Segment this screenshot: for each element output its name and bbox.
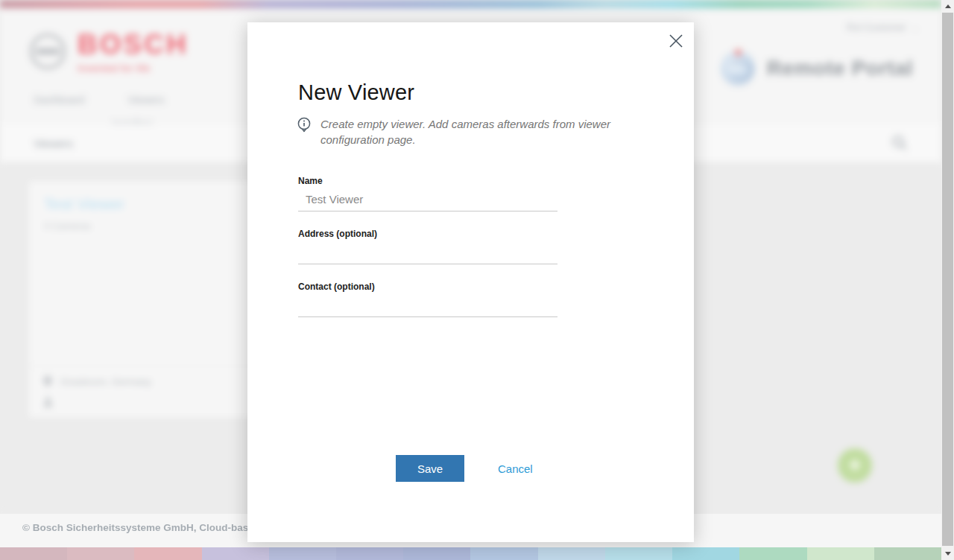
remote-portal-page: BOSCH Invented for life Rol Customer⌄ Re…: [0, 0, 954, 560]
address-input[interactable]: [298, 244, 557, 264]
vertical-scrollbar[interactable]: [941, 0, 954, 560]
dialog-actions: Save Cancel: [396, 455, 533, 482]
name-label: Name: [298, 176, 557, 186]
contact-input[interactable]: [298, 296, 557, 317]
cancel-button[interactable]: Cancel: [498, 462, 533, 475]
name-field-group: Name: [298, 176, 557, 211]
address-label: Address (optional): [298, 229, 557, 239]
scroll-up-arrow[interactable]: [941, 0, 954, 13]
dialog-title: New Viewer: [298, 80, 414, 105]
info-icon: [297, 117, 312, 135]
dialog-info: Create empty viewer. Add cameras afterwa…: [297, 116, 647, 147]
contact-label: Contact (optional): [298, 281, 557, 292]
dialog-info-text: Create empty viewer. Add cameras afterwa…: [320, 116, 647, 147]
new-viewer-form: Name Address (optional) Contact (optiona…: [298, 176, 557, 334]
close-icon[interactable]: [666, 31, 686, 51]
scroll-down-arrow[interactable]: [941, 547, 954, 560]
new-viewer-dialog: New Viewer Create empty viewer. Add came…: [247, 22, 694, 542]
contact-field-group: Contact (optional): [298, 281, 557, 317]
scrollbar-thumb[interactable]: [942, 13, 953, 546]
name-input[interactable]: [298, 191, 557, 211]
address-field-group: Address (optional): [298, 229, 557, 264]
save-button[interactable]: Save: [396, 455, 464, 482]
